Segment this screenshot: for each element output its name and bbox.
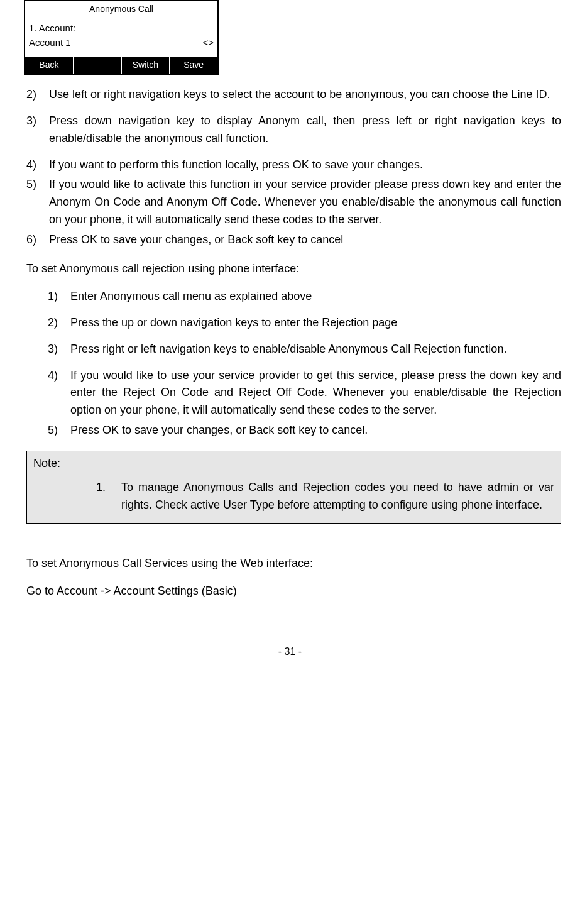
phone-title: Anonymous Call bbox=[89, 3, 153, 16]
steps-list-b: 1) Enter Anonymous call menu as explaine… bbox=[19, 288, 561, 439]
softkey-back: Back bbox=[25, 57, 74, 74]
list-marker: 5) bbox=[26, 176, 49, 229]
softkey-blank bbox=[74, 57, 122, 74]
list-marker: 4) bbox=[26, 157, 49, 174]
softkey-save: Save bbox=[170, 57, 217, 74]
page-number: - 31 - bbox=[19, 644, 561, 660]
list-marker: 2) bbox=[26, 86, 49, 104]
list-item: 2) Press the up or down navigation keys … bbox=[48, 314, 561, 332]
list-item: 3) Press down navigation key to display … bbox=[26, 113, 561, 148]
heading-web: To set Anonymous Call Services using the… bbox=[26, 555, 561, 573]
list-body: Use left or right navigation keys to sel… bbox=[49, 86, 561, 104]
list-marker: 6) bbox=[26, 231, 49, 249]
note-body: To manage Anonymous Calls and Rejection … bbox=[121, 479, 554, 514]
web-path: Go to Account -> Account Settings (Basic… bbox=[26, 583, 561, 600]
phone-titlebar: Anonymous Call bbox=[25, 1, 217, 18]
list-item: 6) Press OK to save your changes, or Bac… bbox=[26, 231, 561, 249]
list-item: 2) Use left or right navigation keys to … bbox=[26, 86, 561, 104]
list-marker: 2) bbox=[48, 314, 70, 332]
list-marker: 1) bbox=[48, 288, 70, 305]
list-marker: 5) bbox=[48, 422, 70, 439]
note-item: 1. To manage Anonymous Calls and Rejecti… bbox=[96, 479, 554, 514]
phone-row-label: 1. Account: bbox=[29, 21, 214, 35]
list-body: If you would like to activate this funct… bbox=[49, 176, 561, 229]
note-label: Note: bbox=[33, 455, 554, 473]
phone-account-value: Account 1 bbox=[29, 35, 71, 50]
phone-ui-illustration: Anonymous Call 1. Account: Account 1 <> … bbox=[24, 0, 219, 75]
heading-rejection: To set Anonymous call rejection using ph… bbox=[26, 260, 561, 278]
list-item: 5) If you would like to activate this fu… bbox=[26, 176, 561, 229]
steps-list-a: 2) Use left or right navigation keys to … bbox=[19, 86, 561, 249]
list-marker: 3) bbox=[48, 341, 70, 358]
list-item: 3) Press right or left navigation keys t… bbox=[48, 341, 561, 358]
phone-selector-glyph: <> bbox=[202, 35, 214, 50]
list-body: Press OK to save your changes, or Back s… bbox=[70, 422, 561, 439]
phone-softkeys: Back Switch Save bbox=[25, 57, 217, 74]
phone-body: 1. Account: Account 1 <> bbox=[25, 18, 217, 58]
softkey-switch: Switch bbox=[122, 57, 170, 74]
list-body: If you would like to use your service pr… bbox=[70, 367, 561, 420]
list-body: If you want to perform this function loc… bbox=[49, 157, 561, 174]
list-body: Press the up or down navigation keys to … bbox=[70, 314, 561, 332]
list-item: 4) If you would like to use your service… bbox=[48, 367, 561, 420]
note-marker: 1. bbox=[96, 479, 121, 514]
list-item: 1) Enter Anonymous call menu as explaine… bbox=[48, 288, 561, 305]
list-body: Press right or left navigation keys to e… bbox=[70, 341, 561, 358]
list-marker: 4) bbox=[48, 367, 70, 420]
list-body: Press down navigation key to display Ano… bbox=[49, 113, 561, 148]
list-marker: 3) bbox=[26, 113, 49, 148]
note-box: Note: 1. To manage Anonymous Calls and R… bbox=[26, 451, 561, 524]
list-item: 5) Press OK to save your changes, or Bac… bbox=[48, 422, 561, 439]
list-body: Press OK to save your changes, or Back s… bbox=[49, 231, 561, 249]
list-body: Enter Anonymous call menu as explained a… bbox=[70, 288, 561, 305]
list-item: 4) If you want to perform this function … bbox=[26, 157, 561, 174]
